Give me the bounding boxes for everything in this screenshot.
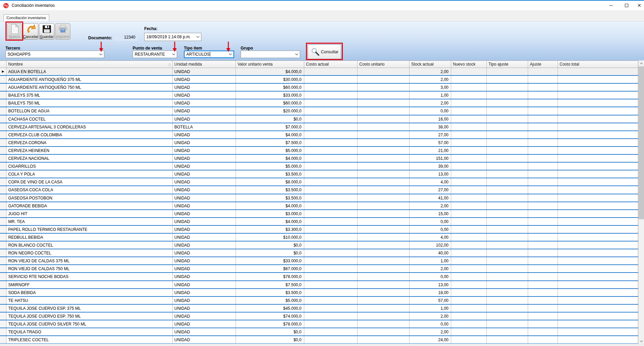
cell-stock-actual: 15,00	[410, 210, 451, 217]
cell-costo-total	[558, 194, 638, 202]
cell-costo-unitario	[358, 218, 410, 225]
table-row[interactable]: CACHASA COCTELUNIDAD$0,016,00	[0, 115, 638, 123]
cell-stock-actual: 16,00	[410, 115, 451, 123]
header-tipo-ajuste[interactable]: Tipo ajuste	[487, 61, 528, 68]
table-row[interactable]: TEQUILA JOSE CUERVO ESP. 375 MLUNIDAD$45…	[0, 305, 638, 313]
table-row[interactable]: PAPEL ROLLO TERMICO RESTAURANTEUNIDAD$3.…	[0, 226, 638, 234]
table-row[interactable]: TRIPLESEC COCTELUNIDAD$0,024,00	[0, 336, 638, 344]
cell-costo-actual	[304, 123, 358, 130]
documento-field[interactable]: 12340	[114, 33, 137, 41]
header-ajuste[interactable]: Ajuste	[528, 61, 558, 68]
cell-unidad-medida: UNIDAD	[173, 320, 236, 328]
table-row[interactable]: RON BLANCO COCTELUNIDAD$0,0102,00	[0, 241, 638, 249]
table-row[interactable]: JUGO HITUNIDAD$3.000,015,00	[0, 210, 638, 218]
cell-stock-actual: 21,00	[410, 147, 451, 154]
header-valor-unitario-venta[interactable]: Valor unitario venta	[236, 61, 304, 68]
cell-nombre: TE HATSU	[6, 297, 173, 304]
cancelar-button[interactable]: Cancelar	[23, 23, 38, 40]
cell-nuevo-stock	[451, 178, 487, 185]
scroll-down-icon[interactable]	[639, 338, 644, 344]
cell-ajuste	[528, 92, 558, 99]
cell-costo-total	[558, 84, 638, 91]
row-selector	[0, 297, 6, 304]
table-row[interactable]: RON NEGRO COCTELUNIDAD$0,040,00	[0, 249, 638, 257]
table-row[interactable]: RON VIEJO DE CALDAS 750 MLUNIDAD$67.000,…	[0, 265, 638, 273]
cell-costo-total	[558, 186, 638, 193]
sort-ascending-icon: △	[168, 62, 171, 66]
cell-stock-actual: 4,00	[410, 178, 451, 185]
cell-costo-unitario	[358, 68, 410, 75]
cell-costo-unitario	[358, 305, 410, 312]
cell-tipo-ajuste	[487, 163, 528, 170]
table-row[interactable]: AGUARDIENTE ANTIOQUEÑO 375 MLUNIDAD$30.0…	[0, 76, 638, 84]
table-row[interactable]: TE HATSUUNIDAD$5.000,057,00	[0, 297, 638, 305]
cell-costo-actual	[304, 131, 358, 138]
fecha-combo[interactable]: 18/09/2019 1:14:08 p.m.	[144, 33, 201, 41]
header-stock-actual[interactable]: Stock actual	[410, 61, 451, 68]
table-row[interactable]: CIGARRILLOSUNIDAD$5.000,039,00	[0, 163, 638, 170]
cell-ajuste	[528, 313, 558, 320]
punto-venta-combo[interactable]: RESTAURANTE	[133, 51, 177, 58]
table-row[interactable]: TEQUILA JOSE CUERVO ESP. 750 MLUNIDAD$74…	[0, 313, 638, 320]
table-row[interactable]: AGUARDIENTE ANTIOQUEÑO 750 MLUNIDAD$60.0…	[0, 84, 638, 92]
table-row[interactable]: COLA Y POLAUNIDAD$3.500,013,00	[0, 170, 638, 178]
window-bottom-edge	[0, 344, 644, 346]
cell-costo-unitario	[358, 186, 410, 193]
tercero-combo[interactable]: SOHOAPPS	[5, 51, 104, 58]
cell-ajuste	[528, 249, 558, 257]
scroll-up-icon[interactable]	[639, 60, 644, 66]
header-unidad-medida[interactable]: Unidad medida	[173, 61, 236, 68]
cell-costo-actual	[304, 234, 358, 241]
table-row[interactable]: BAILEYS 375 MLUNIDAD$33.000,01,00	[0, 92, 638, 99]
cell-stock-actual: 151,00	[410, 155, 451, 162]
table-row[interactable]: TEQUILA TRAGOUNIDAD$0,02,00	[0, 328, 638, 336]
maximize-icon	[625, 4, 628, 7]
table-row[interactable]: REDBULL BEBIDAUNIDAD$10.000,04,00	[0, 234, 638, 241]
table-row[interactable]: SMIRNOFFUNIDAD$7.500,013,00	[0, 281, 638, 289]
table-row[interactable]: CERVEZA CLUB COLOMBIAUNIDAD$4.000,027,00	[0, 131, 638, 139]
table-row[interactable]: TEQUILA JOSE CUERVO SILVER 750 MLUNIDAD$…	[0, 320, 638, 328]
cell-unidad-medida: UNIDAD	[173, 297, 236, 304]
table-row[interactable]: CERVEZA CORONAUNIDAD$7.500,057,00	[0, 139, 638, 147]
table-row[interactable]: GASEOSA POSTOBONUNIDAD$3.500,041,00	[0, 194, 638, 202]
cell-costo-unitario	[358, 99, 410, 107]
cell-nombre: GASEOSA COCA COLA	[6, 186, 173, 193]
header-nuevo-stock[interactable]: Nuevo stock	[451, 61, 487, 68]
table-row[interactable]: COPA DE VINO DE LA CASAUNIDAD$8.000,04,0…	[0, 178, 638, 186]
table-row[interactable]: CERVEZA NACIONALUNIDAD$4.000,0151,00	[0, 155, 638, 163]
maximize-button[interactable]	[619, 1, 634, 10]
annotation-rect-consultar	[306, 43, 343, 60]
imprimir-label: Imprimir	[56, 34, 70, 39]
table-row[interactable]: BOTELLON DE AGUAUNIDAD$20.000,00,00	[0, 107, 638, 115]
close-button[interactable]: ✕	[634, 1, 644, 10]
scrollbar-thumb[interactable]	[639, 66, 644, 219]
cell-nuevo-stock	[451, 139, 487, 146]
table-row[interactable]: BAILEYS 750 MLUNIDAD$60.000,02,00	[0, 99, 638, 107]
cell-ajuste	[528, 289, 558, 296]
vertical-scrollbar[interactable]	[638, 60, 644, 344]
table-row[interactable]: SERVICIO RTE NOCHE BODASUNIDAD$78.000,00…	[0, 273, 638, 281]
tab-conciliacion-inventarios[interactable]: Conciliación inventarios	[3, 14, 49, 21]
header-costo-unitario[interactable]: Costo unitario	[358, 61, 410, 68]
cell-valor-unitario-venta: $20.000,0	[236, 107, 304, 114]
imprimir-button[interactable]: Imprimir	[55, 23, 70, 40]
header-costo-actual[interactable]: Costo actual	[304, 61, 358, 68]
minimize-button[interactable]	[603, 1, 619, 10]
header-nombre[interactable]: Nombre △	[6, 61, 173, 68]
cell-ajuste	[528, 265, 558, 272]
grupo-combo[interactable]	[241, 51, 300, 58]
header-costo-total[interactable]: Costo total	[558, 61, 638, 68]
cell-nombre: TEQUILA JOSE CUERVO ESP. 750 ML	[6, 313, 173, 320]
table-row[interactable]: RON VIEJO DE CALDAS 375 MLUNIDAD$33.000,…	[0, 257, 638, 265]
cell-costo-total	[558, 155, 638, 162]
cell-valor-unitario-venta: $10.000,0	[236, 234, 304, 241]
table-row[interactable]: ▶AGUA EN BOTELLAUNIDAD$4.000,02,00	[0, 68, 638, 76]
table-row[interactable]: MR. TEAUNIDAD$4.000,00,00	[0, 218, 638, 226]
table-row[interactable]: CERVEZA HEINEKENUNIDAD$5.000,021,00	[0, 147, 638, 155]
cell-ajuste	[528, 273, 558, 280]
table-row[interactable]: CERVEZA ARTESANAL 3 CORDILLERASBOTELLA$7…	[0, 123, 638, 131]
table-row[interactable]: GASEOSA COCA COLAUNIDAD$3.500,027,00	[0, 186, 638, 194]
table-row[interactable]: GATORADE BEBIDAUNIDAD$4.000,02,00	[0, 202, 638, 210]
guardar-button[interactable]: Guardar	[39, 23, 54, 40]
table-row[interactable]: SODA BEBIDAUNIDAD$3.500,018,00	[0, 289, 638, 297]
